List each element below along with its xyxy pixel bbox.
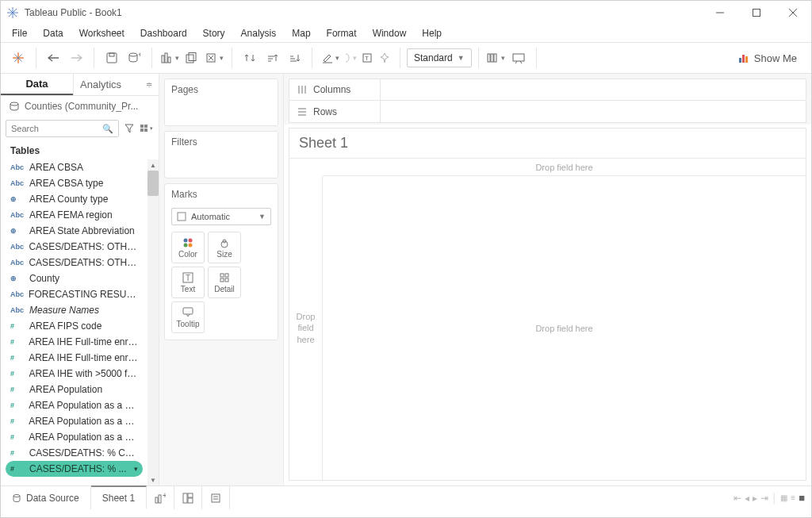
filter-icon[interactable]	[122, 124, 136, 133]
field-item[interactable]: #AREA IHE with >5000 fu...	[1, 366, 147, 382]
nav-next-icon[interactable]: ▸	[753, 493, 757, 504]
scroll-up-icon[interactable]: ▲	[147, 159, 159, 171]
view-options-icon[interactable]: ▾	[140, 125, 154, 132]
search-field[interactable]	[11, 124, 102, 133]
field-item[interactable]: #AREA Population as a pe...	[1, 413, 147, 429]
presentation-button[interactable]	[508, 48, 530, 68]
swap-button[interactable]	[239, 48, 261, 68]
new-story-tab-button[interactable]	[202, 486, 230, 509]
field-item[interactable]: #CASES/DEATHS: % ...▾	[6, 461, 143, 477]
field-item[interactable]: AbcCASES/DEATHS: OTHE...	[1, 255, 147, 271]
view-grid-icon[interactable]: ▦	[780, 493, 787, 502]
mark-size-button[interactable]: Size	[208, 232, 241, 263]
search-input[interactable]: 🔍	[6, 120, 119, 137]
menu-analysis[interactable]: Analysis	[233, 26, 285, 40]
menu-help[interactable]: Help	[414, 26, 450, 40]
highlight-button[interactable]: ▾	[319, 48, 341, 68]
drop-cell-zone[interactable]: Drop field here	[323, 176, 806, 480]
menu-data[interactable]: Data	[35, 26, 71, 40]
group-button[interactable]: ▾	[341, 48, 358, 68]
fit-dropdown[interactable]: Standard ▼	[407, 48, 472, 67]
field-item[interactable]: #AREA IHE Full-time enrol...	[1, 334, 147, 350]
svg-point-67	[13, 494, 20, 497]
field-item[interactable]: AbcCASES/DEATHS: OTHE...	[1, 239, 147, 255]
new-worksheet-tab-button[interactable]: +	[147, 486, 174, 509]
filters-shelf[interactable]: Filters	[164, 131, 278, 178]
nav-first-icon[interactable]: ⇤	[733, 493, 741, 504]
close-button[interactable]	[775, 1, 811, 25]
new-dashboard-tab-button[interactable]	[174, 486, 202, 509]
drop-rows-zone[interactable]: Dropfieldhere	[289, 176, 323, 480]
scrollbar[interactable]: ▲ ▼	[147, 159, 159, 485]
field-dropdown-icon[interactable]: ▾	[134, 465, 138, 473]
cards-button[interactable]: ▾	[485, 48, 508, 68]
mark-tooltip-button[interactable]: Tooltip	[171, 301, 205, 333]
mark-text-button[interactable]: T Text	[171, 267, 205, 298]
field-item[interactable]: AbcMeasure Names	[1, 302, 147, 318]
menu-format[interactable]: Format	[319, 26, 365, 40]
scroll-thumb[interactable]	[147, 171, 159, 196]
redo-button[interactable]	[65, 48, 87, 68]
menu-file[interactable]: File	[4, 26, 35, 40]
field-item[interactable]: ⊕AREA State Abbreviation	[1, 223, 147, 239]
save-button[interactable]	[101, 48, 123, 68]
show-me-button[interactable]: Show Me	[738, 52, 811, 64]
field-item[interactable]: AbcAREA CBSA type	[1, 175, 147, 191]
analytics-menu-icon[interactable]: ≑	[146, 80, 152, 89]
field-item[interactable]: #AREA IHE Full-time enrol...	[1, 350, 147, 366]
sort-asc-button[interactable]	[261, 48, 283, 68]
mark-color-button[interactable]: Color	[171, 232, 205, 263]
tableau-logo-icon[interactable]	[7, 48, 29, 68]
field-item[interactable]: #CASES/DEATHS: % CH...	[1, 445, 147, 461]
menu-worksheet[interactable]: Worksheet	[71, 26, 132, 40]
columns-shelf[interactable]: Columns	[289, 79, 806, 101]
minimize-button[interactable]	[702, 1, 738, 25]
sheet-canvas[interactable]: Sheet 1 Drop field here Dropfieldhere Dr…	[289, 128, 806, 481]
nav-last-icon[interactable]: ⇥	[760, 493, 768, 504]
new-worksheet-button[interactable]: ▾	[159, 48, 181, 68]
duplicate-button[interactable]	[181, 48, 203, 68]
data-source-label: Data Source	[26, 493, 79, 504]
svg-rect-35	[494, 54, 496, 62]
show-me-icon	[738, 52, 749, 63]
undo-button[interactable]	[43, 48, 65, 68]
field-item[interactable]: AbcAREA FEMA region	[1, 207, 147, 223]
field-item[interactable]: #AREA Population as a pe...	[1, 429, 147, 445]
tab-analytics[interactable]: Analytics ≑	[73, 74, 159, 95]
field-item[interactable]: ⊕County	[1, 271, 147, 286]
new-data-source-button[interactable]: +	[123, 48, 145, 68]
pin-button[interactable]	[376, 48, 393, 68]
view-list-icon[interactable]: ≡	[791, 493, 795, 502]
sort-desc-button[interactable]	[283, 48, 305, 68]
tab-data[interactable]: Data	[1, 74, 73, 95]
mark-type-dropdown[interactable]: Automatic ▼	[171, 208, 271, 225]
clear-button[interactable]: ▾	[203, 48, 225, 68]
drop-columns-zone[interactable]: Drop field here	[323, 159, 806, 176]
sheet-title[interactable]: Sheet 1	[289, 129, 806, 158]
rows-shelf[interactable]: Rows	[289, 101, 806, 123]
mark-detail-button[interactable]: Detail	[208, 267, 241, 298]
labels-button[interactable]: T	[358, 48, 376, 68]
menu-window[interactable]: Window	[365, 26, 415, 40]
svg-point-14	[129, 53, 137, 56]
scroll-down-icon[interactable]: ▼	[147, 474, 159, 485]
pages-shelf[interactable]: Pages	[164, 79, 278, 126]
field-item[interactable]: #AREA FIPS code	[1, 318, 147, 334]
field-item[interactable]: ⊕AREA County type	[1, 191, 147, 207]
menu-dashboard[interactable]: Dashboard	[132, 26, 195, 40]
data-source-tab[interactable]: Data Source	[1, 486, 91, 509]
menu-story[interactable]: Story	[195, 26, 233, 40]
nav-prev-icon[interactable]: ◂	[745, 493, 749, 504]
field-item[interactable]: #AREA Population	[1, 382, 147, 397]
sheet-tab[interactable]: Sheet 1	[91, 485, 147, 508]
field-item[interactable]: #AREA Population as a pe...	[1, 397, 147, 413]
toolbar: + ▾ ▾ ▾ ▾ T Standard ▼ ▾ Show Me	[1, 42, 811, 74]
datasource-row[interactable]: Counties (Community_Pr...	[1, 96, 159, 117]
view-full-icon[interactable]: ■	[799, 492, 805, 504]
menu-map[interactable]: Map	[284, 26, 318, 40]
field-item[interactable]: AbcFORECASTING RESULT...	[1, 286, 147, 302]
size-icon	[219, 237, 230, 248]
field-item[interactable]: AbcAREA CBSA	[1, 159, 147, 175]
hash-icon: #	[10, 465, 25, 473]
maximize-button[interactable]	[738, 1, 775, 25]
